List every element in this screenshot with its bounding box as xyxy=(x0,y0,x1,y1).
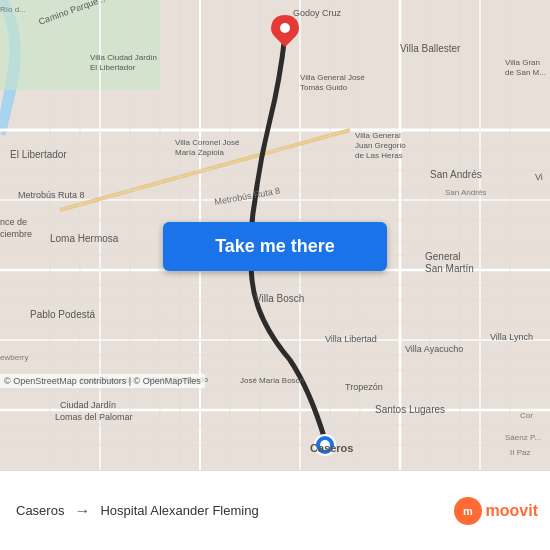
svg-point-42 xyxy=(280,23,290,33)
svg-text:El Libertador: El Libertador xyxy=(90,63,136,72)
route-arrow: → xyxy=(74,502,90,520)
svg-text:Lomas del Palomar: Lomas del Palomar xyxy=(55,412,133,422)
svg-text:de San M...: de San M... xyxy=(505,68,546,77)
svg-text:Villa Gran: Villa Gran xyxy=(505,58,540,67)
svg-text:Villa Ballester: Villa Ballester xyxy=(400,43,461,54)
svg-text:Ciudad Jardín: Ciudad Jardín xyxy=(60,400,116,410)
svg-text:Villa General José: Villa General José xyxy=(300,73,365,82)
svg-text:nce de: nce de xyxy=(0,217,27,227)
svg-text:José María Bosch: José María Bosch xyxy=(240,376,304,385)
svg-text:Villa Ayacucho: Villa Ayacucho xyxy=(405,344,463,354)
svg-text:m: m xyxy=(463,505,473,517)
moovit-logo: m moovit xyxy=(454,497,538,525)
svg-text:ewberry: ewberry xyxy=(0,353,28,362)
svg-text:Loma Hermosa: Loma Hermosa xyxy=(50,233,119,244)
moovit-text: moovit xyxy=(486,502,538,520)
svg-text:Río d...: Río d... xyxy=(0,5,26,14)
svg-text:Villa Lynch: Villa Lynch xyxy=(490,332,533,342)
svg-text:II Paz: II Paz xyxy=(510,448,530,457)
svg-text:Santos Lugares: Santos Lugares xyxy=(375,404,445,415)
svg-text:Godoy Cruz: Godoy Cruz xyxy=(293,8,342,18)
svg-text:Villa Bosch: Villa Bosch xyxy=(255,293,304,304)
svg-text:de Las Heras: de Las Heras xyxy=(355,151,403,160)
svg-text:Villa Coronel José: Villa Coronel José xyxy=(175,138,240,147)
take-me-there-button[interactable]: Take me there xyxy=(163,222,387,271)
svg-text:Tropezón: Tropezón xyxy=(345,382,383,392)
svg-text:San Andrés: San Andrés xyxy=(430,169,482,180)
svg-text:Juan Gregorio: Juan Gregorio xyxy=(355,141,406,150)
svg-text:ciembre: ciembre xyxy=(0,229,32,239)
svg-text:Villa Libertad: Villa Libertad xyxy=(325,334,377,344)
svg-text:Villa General: Villa General xyxy=(355,131,401,140)
svg-text:Tomás Guido: Tomás Guido xyxy=(300,83,348,92)
destination-label: Hospital Alexander Fleming xyxy=(100,503,258,518)
svg-text:General: General xyxy=(425,251,461,262)
svg-text:María Zapiola: María Zapiola xyxy=(175,148,224,157)
moovit-icon: m xyxy=(454,497,482,525)
svg-text:Vi: Vi xyxy=(535,172,543,182)
footer: Caseros → Hospital Alexander Fleming m m… xyxy=(0,470,550,550)
svg-text:Sáenz P...: Sáenz P... xyxy=(505,433,541,442)
svg-text:San Andrés: San Andrés xyxy=(445,188,486,197)
svg-text:Villa Ciudad Jardín: Villa Ciudad Jardín xyxy=(90,53,157,62)
svg-text:Cor: Cor xyxy=(520,411,533,420)
svg-text:Metrobús Ruta 8: Metrobús Ruta 8 xyxy=(18,190,85,200)
origin-label: Caseros xyxy=(16,503,64,518)
svg-text:Pablo Podestá: Pablo Podestá xyxy=(30,309,95,320)
svg-text:San Martín: San Martín xyxy=(425,263,474,274)
svg-text:El Libertador: El Libertador xyxy=(10,149,67,160)
map-container: Camino Parque... xyxy=(0,0,550,470)
svg-text:Caseros: Caseros xyxy=(310,442,353,454)
map-attribution: © OpenStreetMap contributors | © OpenMap… xyxy=(0,374,205,388)
